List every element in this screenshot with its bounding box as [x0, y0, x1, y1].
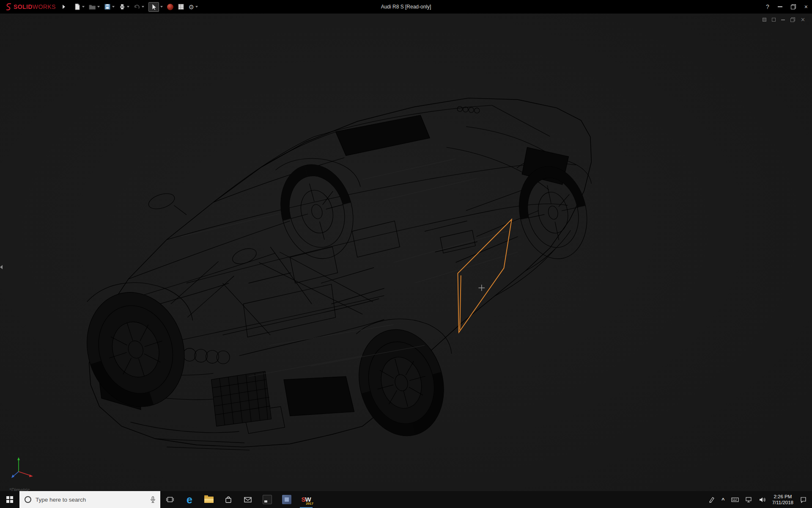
- design-table-icon: [178, 3, 184, 10]
- taskbar-app-button-1[interactable]: [258, 491, 277, 508]
- car-wireframe-model: [0, 14, 812, 491]
- volume-icon: [759, 497, 766, 503]
- help-button[interactable]: ?: [766, 4, 769, 10]
- quick-toolbar: ⚙: [73, 1, 199, 13]
- select-tool-active-box: [148, 2, 159, 12]
- task-view-icon: [166, 496, 174, 503]
- window-title: Audi R8 S [Read-only]: [381, 4, 431, 10]
- appearance-button[interactable]: [166, 3, 175, 11]
- touch-keyboard-button[interactable]: [731, 496, 739, 503]
- task-view-button[interactable]: [160, 491, 180, 508]
- tray-time: 2:26 PM: [774, 494, 792, 499]
- dropdown-caret-icon[interactable]: [97, 6, 100, 8]
- start-button[interactable]: [0, 491, 19, 508]
- selected-face-highlight[interactable]: [458, 219, 511, 332]
- volume-button[interactable]: [759, 497, 766, 503]
- document-close-button[interactable]: ✕: [801, 17, 805, 22]
- edge-icon: e: [187, 494, 192, 505]
- select-cursor-icon: [151, 3, 157, 11]
- dropdown-caret-icon[interactable]: [142, 6, 144, 8]
- settings-gear-icon: ⚙: [189, 4, 194, 10]
- app-window-icon: [263, 495, 272, 504]
- open-folder-icon: [89, 4, 96, 10]
- solidworks-year-badge: 2017: [306, 502, 313, 505]
- dropdown-caret-icon[interactable]: [160, 6, 163, 8]
- select-tool-button[interactable]: [147, 1, 164, 13]
- window-controls: ? ×: [766, 0, 808, 14]
- window-box-icon: [772, 18, 776, 22]
- mail-button[interactable]: [238, 491, 258, 508]
- network-button[interactable]: [745, 496, 752, 503]
- tray-date: 7/11/2018: [772, 500, 793, 505]
- dropdown-caret-icon[interactable]: [127, 6, 129, 8]
- store-bag-icon: [225, 496, 232, 503]
- restore-button[interactable]: [791, 4, 796, 9]
- solidworks-taskbar-button[interactable]: SW 2017: [296, 491, 316, 508]
- save-icon: [104, 3, 111, 10]
- document-window-icon-1[interactable]: [763, 18, 766, 22]
- design-table-button[interactable]: [176, 3, 186, 11]
- network-icon: [745, 496, 752, 503]
- taskbar-app-button-2[interactable]: [277, 491, 296, 508]
- close-icon: ✕: [801, 17, 805, 22]
- windows-ink-button[interactable]: [708, 496, 715, 503]
- help-icon: ?: [766, 3, 769, 10]
- app-tile-icon: [282, 495, 291, 504]
- window-box-icon: [763, 18, 766, 22]
- undo-button[interactable]: [132, 3, 145, 11]
- file-explorer-button[interactable]: [199, 491, 219, 508]
- print-icon: [119, 3, 126, 10]
- restore-icon: [791, 4, 796, 9]
- open-button[interactable]: [88, 3, 101, 11]
- view-orientation-label: *Dimetric: [9, 487, 30, 491]
- restore-icon: [790, 17, 795, 22]
- selection-cross-marker: [478, 285, 485, 291]
- solidworks-2017-icon: SW 2017: [300, 494, 313, 505]
- dropdown-caret-icon[interactable]: [112, 6, 115, 8]
- minimize-icon: [781, 19, 785, 20]
- undo-icon: [134, 3, 140, 10]
- document-restore-button[interactable]: [790, 17, 795, 22]
- dropdown-caret-icon[interactable]: [82, 6, 85, 8]
- appearance-sphere-icon: [167, 4, 173, 10]
- document-window-icon-2[interactable]: [772, 18, 776, 22]
- close-icon: ×: [804, 3, 808, 10]
- pen-icon: [708, 496, 715, 503]
- ds-logo-icon: [4, 3, 14, 11]
- touch-keyboard-icon: [731, 496, 739, 503]
- edge-button[interactable]: e: [180, 491, 199, 508]
- dropdown-caret-icon[interactable]: [195, 6, 198, 8]
- taskbar-clock[interactable]: 2:26 PM 7/11/2018: [772, 494, 793, 505]
- file-explorer-icon: [204, 497, 214, 503]
- print-button[interactable]: [118, 3, 131, 11]
- document-window-controls: ✕: [763, 17, 805, 22]
- chevron-up-icon: ^: [721, 497, 725, 503]
- close-button[interactable]: ×: [804, 4, 808, 10]
- windows-logo-icon: [6, 496, 13, 503]
- new-document-button[interactable]: [73, 3, 86, 11]
- titlebar: SOLIDWORKS: [0, 0, 812, 14]
- hidden-icons-button[interactable]: ^: [721, 497, 725, 503]
- options-button[interactable]: ⚙: [187, 3, 199, 11]
- action-center-icon: [800, 496, 807, 503]
- orientation-triad-icon: [9, 454, 36, 481]
- microphone-icon[interactable]: [150, 496, 156, 503]
- store-button[interactable]: [219, 491, 238, 508]
- brand-works: WORKS: [33, 3, 56, 10]
- brand-solid: SOLID: [14, 3, 33, 10]
- windows-taskbar: Type here to search e: [0, 491, 812, 508]
- search-placeholder: Type here to search: [36, 497, 145, 503]
- taskbar-search-input[interactable]: Type here to search: [19, 491, 160, 508]
- cortana-icon: [25, 496, 31, 503]
- menu-expand-arrow-icon[interactable]: [63, 5, 65, 9]
- minimize-button[interactable]: [778, 6, 782, 7]
- new-document-icon: [74, 3, 81, 10]
- solidworks-logo: SOLIDWORKS: [0, 3, 56, 11]
- save-button[interactable]: [103, 3, 116, 11]
- mail-envelope-icon: [244, 496, 252, 503]
- minimize-icon: [778, 6, 782, 7]
- action-center-button[interactable]: [800, 496, 807, 503]
- graphics-viewport[interactable]: ✕: [0, 14, 812, 491]
- document-minimize-button[interactable]: [781, 19, 785, 20]
- system-tray: ^ 2:26 PM 7/11/2018: [708, 491, 812, 508]
